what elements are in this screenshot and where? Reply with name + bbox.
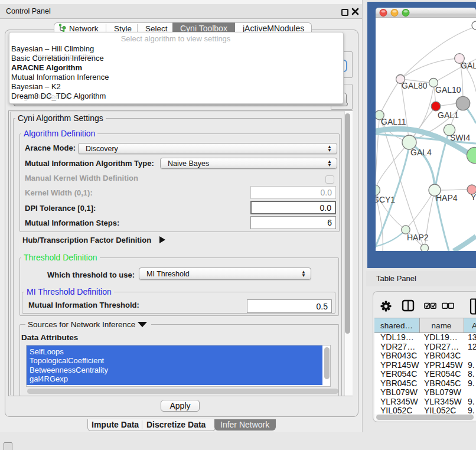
svg-text:GAL80: GAL80	[402, 81, 428, 90]
svg-text:Y: Y	[471, 193, 476, 202]
svg-text:GAL: GAL	[461, 61, 476, 70]
svg-text:GAL1: GAL1	[438, 110, 459, 120]
svg-text:GAL10: GAL10	[435, 85, 461, 94]
svg-text:GAL4: GAL4	[410, 148, 432, 157]
svg-text:GAL11: GAL11	[381, 117, 406, 126]
svg-text:HAP4: HAP4	[436, 193, 458, 203]
svg-text:HAP2: HAP2	[407, 233, 429, 242]
svg-text:GCY1: GCY1	[376, 195, 395, 204]
svg-text:SWI4: SWI4	[450, 133, 470, 142]
